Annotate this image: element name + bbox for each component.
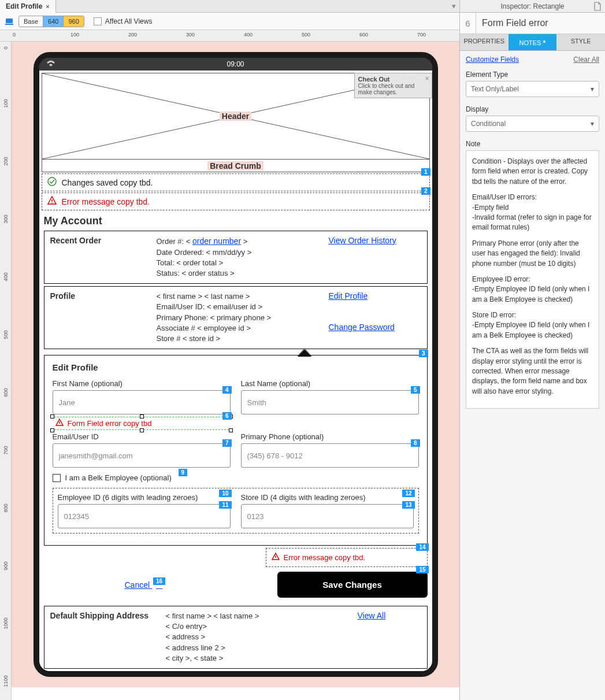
employee-id-label: Employee ID (6 digits with leading zeroe… bbox=[58, 493, 231, 502]
recent-order-card: Recent Order Order #: < order number > D… bbox=[44, 231, 428, 284]
email-label: Email/User ID bbox=[53, 432, 231, 441]
clear-all-link[interactable]: Clear All bbox=[573, 55, 599, 64]
profile-title: Profile bbox=[50, 291, 154, 344]
checkout-popup[interactable]: × Check Out Click to check out and make … bbox=[354, 73, 432, 98]
last-name-label: Last Name (optional) bbox=[241, 379, 419, 388]
tab-menu-icon[interactable]: ▾ bbox=[448, 0, 459, 13]
last-name-input[interactable]: Smith bbox=[241, 390, 419, 414]
tab-style[interactable]: STYLE bbox=[556, 34, 605, 50]
svg-rect-1 bbox=[5, 24, 13, 25]
device-icon[interactable] bbox=[5, 16, 16, 27]
belk-employee-label: I am a Belk Employee (optional) bbox=[65, 473, 172, 482]
element-type-select[interactable]: Text Only/Label ▾ bbox=[466, 81, 599, 97]
bp-base[interactable]: Base bbox=[19, 16, 43, 27]
marker-11[interactable]: 11 bbox=[219, 501, 231, 509]
chevron-down-icon: ▾ bbox=[591, 120, 594, 128]
shipping-title: Default Shipping Address bbox=[50, 611, 166, 664]
affect-all-checkbox[interactable] bbox=[94, 17, 102, 25]
svg-point-6 bbox=[51, 202, 53, 203]
chevron-down-icon: ▾ bbox=[591, 85, 594, 93]
store-id-label: Store ID (4 digits with leading zeroes) bbox=[241, 493, 414, 502]
marker-7[interactable]: 7 bbox=[222, 439, 232, 447]
employee-group: Employee ID (6 digits with leading zeroe… bbox=[53, 488, 419, 534]
profile-card: Profile < first name > < last name > Ema… bbox=[44, 286, 428, 349]
marker-16[interactable]: 16 bbox=[153, 577, 165, 585]
inspector-header: Inspector: Rectangle bbox=[500, 2, 564, 10]
view-order-history-link[interactable]: View Order History bbox=[329, 236, 396, 245]
status-time: 09:00 bbox=[227, 60, 244, 68]
phone-label: Primary Phone (optional) bbox=[241, 432, 419, 441]
tab-properties[interactable]: PROPERTIES bbox=[460, 34, 509, 50]
device-frame: 09:00 Header Bread Crumb × bbox=[34, 52, 438, 677]
inspector-panel: Inspector: Rectangle 6 Form Field error … bbox=[459, 0, 605, 700]
cancel-button[interactable]: Cancel 16 bbox=[44, 580, 165, 590]
recent-order-title: Recent Order bbox=[50, 236, 154, 279]
section-title: My Account bbox=[39, 212, 432, 228]
 bbox=[271, 552, 280, 563]
close-icon[interactable]: × bbox=[425, 75, 429, 83]
order-number-link[interactable]: order number bbox=[192, 236, 241, 246]
element-type-label: Element Type bbox=[466, 71, 599, 79]
edit-title: Edit Profile bbox=[53, 362, 419, 372]
warning-icon bbox=[55, 418, 64, 429]
store-id-input[interactable]: 0123 bbox=[241, 504, 414, 528]
bp-640[interactable]: 640 bbox=[43, 16, 64, 27]
selected-element[interactable]: Form Field error copy tbd 6 bbox=[53, 417, 231, 430]
wifi-icon bbox=[46, 60, 55, 69]
page-tab[interactable]: Edit Profile × bbox=[0, 0, 56, 13]
element-title: Form Field error bbox=[476, 14, 554, 32]
edit-profile-card: 3 Edit Profile First Name (optional) Jan… bbox=[44, 355, 428, 546]
note-label: Note bbox=[466, 140, 599, 148]
belk-employee-checkbox[interactable] bbox=[53, 474, 61, 482]
document-icon[interactable] bbox=[593, 2, 602, 13]
tab-bar: Edit Profile × ▾ bbox=[0, 0, 459, 13]
ruler-horizontal: 0 100 200 300 400 500 600 700 bbox=[0, 30, 459, 42]
field-error-text: Form Field error copy tbd bbox=[68, 419, 152, 428]
toolbar: Base 640 960 Affect All Views bbox=[0, 13, 459, 30]
marker-4[interactable]: 4 bbox=[222, 386, 232, 394]
marker-2[interactable]: 2 bbox=[421, 187, 430, 195]
warning-icon bbox=[47, 195, 57, 208]
email-input[interactable]: janesmith@gmail.com bbox=[53, 443, 231, 468]
marker-12[interactable]: 12 bbox=[402, 490, 414, 497]
marker-13[interactable]: 13 bbox=[402, 501, 414, 509]
display-label: Display bbox=[466, 105, 599, 113]
marker-14[interactable]: 14 bbox=[416, 543, 428, 551]
first-name-label: First Name (optional) bbox=[53, 379, 231, 388]
marker-9[interactable]: 9 bbox=[179, 469, 188, 476]
svg-point-4 bbox=[48, 177, 56, 186]
edit-profile-link[interactable]: Edit Profile bbox=[329, 291, 368, 301]
first-name-input[interactable]: Jane bbox=[53, 390, 231, 414]
marker-10[interactable]: 10 bbox=[219, 490, 231, 497]
employee-id-input[interactable]: 012345 bbox=[58, 504, 231, 528]
marker-3[interactable]: 3 bbox=[419, 350, 428, 357]
customize-fields-link[interactable]: Customize Fields bbox=[466, 55, 519, 64]
close-icon[interactable]: × bbox=[46, 3, 49, 10]
tab-title: Edit Profile bbox=[6, 2, 42, 10]
phone-input[interactable]: (345) 678 - 9012 bbox=[241, 443, 419, 468]
marker-8[interactable]: 8 bbox=[411, 439, 420, 447]
svg-rect-0 bbox=[6, 18, 13, 23]
marker-15[interactable]: 15 bbox=[416, 566, 428, 573]
canvas[interactable]: 09:00 Header Bread Crumb × bbox=[12, 42, 459, 700]
error-message[interactable]: Error message copy tbd. 2 bbox=[42, 192, 430, 210]
ruler-vertical: 0 100 200 300 400 500 600 700 800 900 10… bbox=[0, 42, 12, 700]
marker-5[interactable]: 5 bbox=[411, 386, 420, 394]
change-password-link[interactable]: Change Password bbox=[329, 323, 395, 332]
view-all-link[interactable]: View All bbox=[358, 611, 386, 620]
success-message[interactable]: Changes saved copy tbd. 1 bbox=[42, 173, 430, 191]
element-number: 6 bbox=[460, 13, 476, 34]
shipping-card: Default Shipping Address < first name > … bbox=[44, 606, 428, 669]
affect-all-label: Affect All Views bbox=[105, 17, 153, 25]
error-message-2[interactable]: Error message copy tbd. 14 bbox=[266, 548, 428, 567]
note-textarea[interactable]: Condition - Displays over the affected f… bbox=[466, 150, 599, 409]
check-circle-icon bbox=[47, 176, 57, 188]
display-select[interactable]: Conditional ▾ bbox=[466, 116, 599, 132]
bp-960[interactable]: 960 bbox=[64, 16, 83, 27]
tab-notes[interactable]: NOTES • bbox=[509, 34, 557, 50]
marker-1[interactable]: 1 bbox=[421, 168, 430, 176]
save-button[interactable]: Save Changes bbox=[277, 572, 428, 598]
breadcrumb-placeholder[interactable]: Bread Crumb bbox=[42, 160, 430, 172]
marker-6[interactable]: 6 bbox=[222, 412, 232, 420]
